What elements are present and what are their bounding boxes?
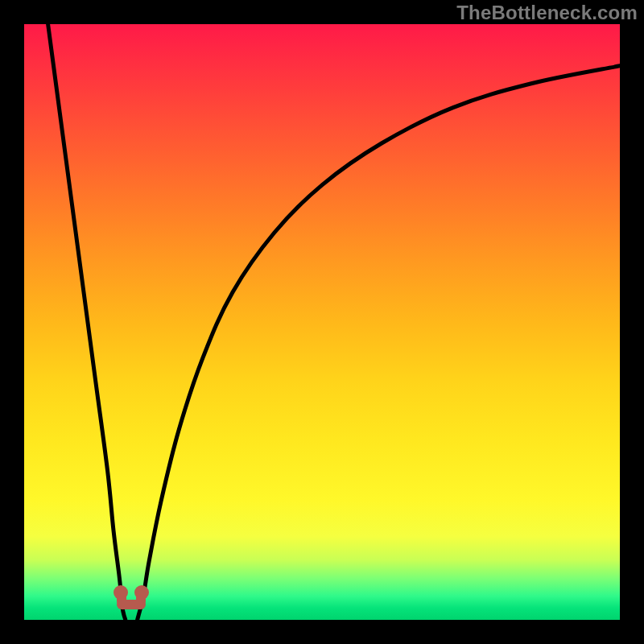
plot-area	[24, 24, 620, 620]
valley-marker	[114, 585, 149, 609]
watermark-text: TheBottleneck.com	[456, 2, 638, 24]
chart-frame: TheBottleneck.com	[0, 0, 644, 644]
bottleneck-curves	[24, 24, 620, 620]
curve-right-branch	[138, 66, 620, 620]
u-shape-icon	[114, 585, 149, 609]
curve-left-branch	[48, 24, 126, 620]
